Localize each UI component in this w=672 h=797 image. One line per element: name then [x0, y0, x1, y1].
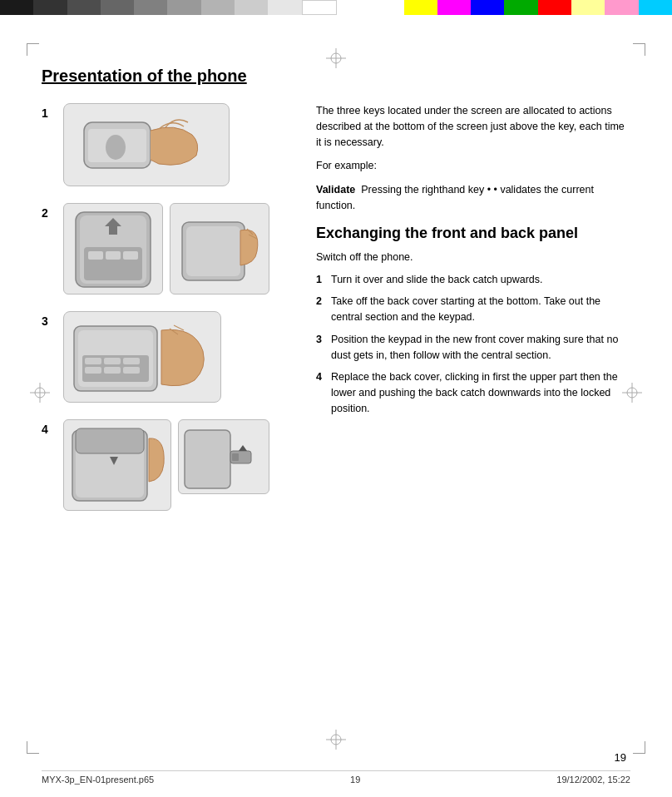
svg-rect-41: [232, 453, 239, 461]
step4-images: [63, 419, 269, 511]
right-column: The three keys located under the screen …: [316, 103, 630, 527]
step2-image-left: [63, 203, 163, 295]
page-content: Presentation of the phone 1: [0, 15, 672, 772]
swatch-gray7: [268, 0, 301, 15]
swatch-yellow: [404, 0, 437, 15]
swatch-gray6: [235, 0, 268, 15]
svg-rect-22: [186, 226, 240, 276]
step4-image-right: [178, 419, 269, 494]
numbered-step-4: 4 Replace the back cover, clicking in fi…: [316, 369, 630, 416]
step1-number: 1: [42, 106, 57, 120]
step4-text: Replace the back cover, clicking in firs…: [331, 369, 630, 416]
left-column: 1 2: [42, 103, 291, 527]
swatch-gray3: [134, 0, 167, 15]
svg-rect-29: [104, 358, 121, 364]
step1-num: 1: [316, 272, 328, 288]
intro-text: The three keys located under the screen …: [316, 103, 630, 150]
validate-text: Validate Pressing the righthand key • • …: [316, 182, 630, 214]
swatch-gray2: [101, 0, 134, 15]
swatch-gray5: [201, 0, 235, 15]
color-bar-top: [0, 0, 672, 15]
svg-rect-31: [85, 367, 101, 374]
swatch-gap: [337, 0, 370, 15]
step3-image: [63, 311, 221, 403]
numbered-step-1: 1 Turn it over and slide the back catch …: [316, 272, 630, 288]
swatch-blue: [471, 0, 504, 15]
step2-number: 2: [42, 206, 57, 220]
step3-num: 3: [316, 332, 328, 364]
numbered-step-3: 3 Position the keypad in the new front c…: [316, 332, 630, 364]
step4-num: 4: [316, 369, 328, 416]
main-layout: 1 2: [42, 103, 630, 527]
step3-text: Position the keypad in the new front cov…: [331, 332, 630, 364]
svg-rect-38: [76, 428, 144, 453]
svg-rect-32: [104, 367, 121, 374]
svg-rect-18: [88, 251, 103, 260]
footer: MYX-3p_EN-01present.p65 19 19/12/2002, 1…: [42, 770, 630, 785]
footer-center: 19: [350, 775, 360, 785]
page-number: 19: [615, 751, 626, 764]
swatch-cyan: [639, 0, 672, 15]
illustration-step4: 4: [42, 419, 291, 511]
swatch-gray1: [67, 0, 101, 15]
footer-left: MYX-3p_EN-01present.p65: [42, 775, 154, 785]
numbered-step-2: 2 Take off the back cover starting at th…: [316, 294, 630, 325]
step4-image-left: [63, 419, 171, 511]
svg-rect-20: [123, 251, 138, 260]
swatch-black2: [33, 0, 67, 15]
swatch-light-yellow: [571, 0, 605, 15]
swatch-magenta: [437, 0, 471, 15]
svg-rect-28: [85, 358, 101, 364]
swatch-pink: [605, 0, 638, 15]
swatch-red: [538, 0, 571, 15]
step1-image: [63, 103, 230, 186]
step4-number: 4: [42, 423, 57, 436]
swatch-green: [504, 0, 537, 15]
svg-point-14: [106, 135, 126, 160]
illustration-step3: 3: [42, 311, 291, 403]
step2-num: 2: [316, 294, 328, 325]
svg-rect-33: [123, 367, 140, 374]
step3-number: 3: [42, 314, 57, 328]
illustration-step2: 2: [42, 203, 291, 295]
step2-images: [63, 203, 269, 295]
svg-rect-30: [123, 358, 140, 364]
swatch-gap2: [370, 0, 403, 15]
example-label: For example:: [316, 158, 630, 174]
svg-rect-39: [185, 430, 230, 488]
step1-text: Turn it over and slide the back catch up…: [331, 272, 543, 288]
step2-text: Take off the back cover starting at the …: [331, 294, 630, 325]
switch-off-text: Switch off the phone.: [316, 250, 630, 265]
swatch-white: [302, 0, 337, 15]
swatch-gray4: [167, 0, 200, 15]
illustration-step1: 1: [42, 103, 291, 186]
step2-image-right: [170, 203, 269, 295]
validate-label: Validate: [316, 184, 355, 196]
footer-right: 19/12/2002, 15:22: [556, 775, 630, 785]
svg-rect-19: [106, 251, 121, 260]
validate-description: Pressing the righthand key • • validates…: [316, 184, 594, 211]
page-title: Presentation of the phone: [42, 65, 630, 87]
swatch-black1: [0, 0, 33, 15]
section-heading: Exchanging the front and back panel: [316, 224, 630, 243]
